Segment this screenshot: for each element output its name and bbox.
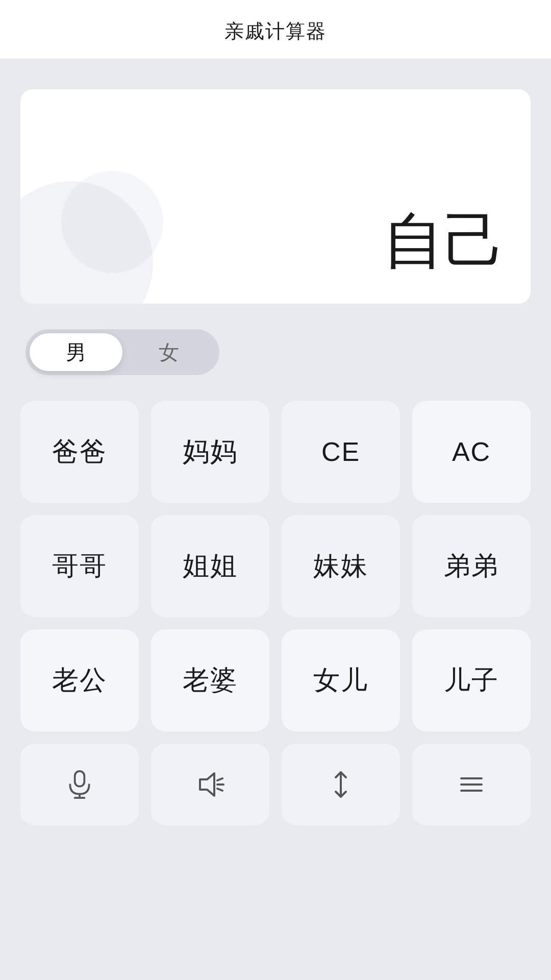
svg-marker-3 (200, 773, 214, 796)
app-title: 亲戚计算器 (0, 0, 551, 59)
gender-switch: 男 女 (26, 329, 219, 375)
key-erzi-button[interactable]: 儿子 (412, 629, 531, 731)
display-area: 自己 (20, 89, 531, 304)
key-nver-button[interactable]: 女儿 (282, 629, 400, 731)
main-content: 自己 男 女 爸爸 妈妈 CE AC 哥哥 姐姐 妹妹 弟弟 (0, 59, 551, 980)
gender-female-button[interactable]: 女 (122, 333, 215, 371)
key-laogong-button[interactable]: 老公 (20, 629, 139, 731)
key-gege-button[interactable]: 哥哥 (20, 515, 139, 617)
bottom-bar (20, 744, 531, 846)
sound-icon (196, 770, 224, 799)
bg-circle-2 (61, 171, 163, 273)
gender-male-button[interactable]: 男 (30, 333, 122, 371)
key-didi-button[interactable]: 弟弟 (412, 515, 531, 617)
svg-line-6 (217, 789, 222, 791)
menu-button[interactable] (412, 744, 531, 825)
keypad: 爸爸 妈妈 CE AC 哥哥 姐姐 妹妹 弟弟 老公 老婆 (20, 401, 531, 731)
display-text: 自己 (383, 200, 505, 283)
sort-button[interactable] (282, 744, 400, 825)
sort-icon (327, 770, 355, 799)
key-laopo-button[interactable]: 老婆 (151, 629, 269, 731)
key-mama-button[interactable]: 妈妈 (151, 401, 269, 503)
mic-icon (65, 770, 94, 799)
key-ce-button[interactable]: CE (282, 401, 400, 503)
svg-rect-0 (75, 771, 85, 787)
key-ac-button[interactable]: AC (412, 401, 531, 503)
mic-button[interactable] (20, 744, 139, 825)
menu-icon (457, 770, 486, 799)
svg-line-4 (217, 778, 222, 780)
key-meimei-button[interactable]: 妹妹 (282, 515, 400, 617)
key-jiejie-button[interactable]: 姐姐 (151, 515, 269, 617)
sound-button[interactable] (151, 744, 269, 825)
key-baba-button[interactable]: 爸爸 (20, 401, 139, 503)
